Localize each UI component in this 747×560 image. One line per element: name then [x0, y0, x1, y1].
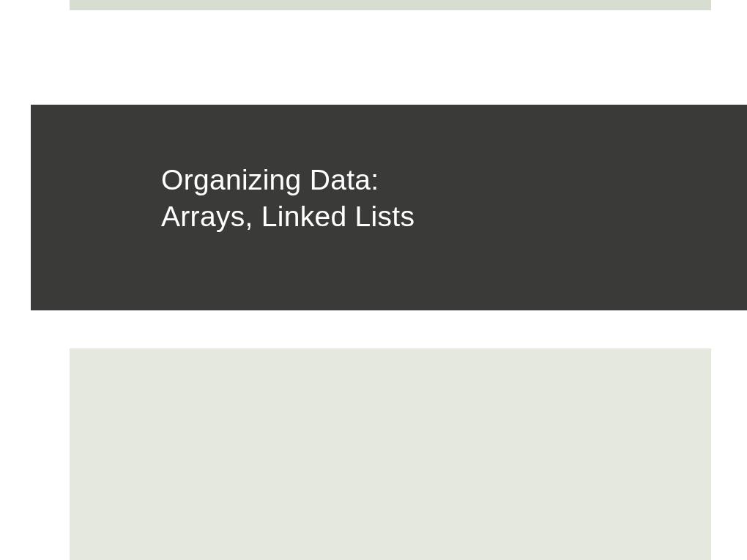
title-line-2: Arrays, Linked Lists: [161, 201, 415, 232]
top-accent-bar: [70, 0, 711, 10]
slide-title: Organizing Data: Arrays, Linked Lists: [161, 162, 415, 235]
content-panel: [70, 348, 711, 560]
title-panel: Organizing Data: Arrays, Linked Lists: [31, 105, 747, 310]
title-line-1: Organizing Data:: [161, 164, 379, 195]
